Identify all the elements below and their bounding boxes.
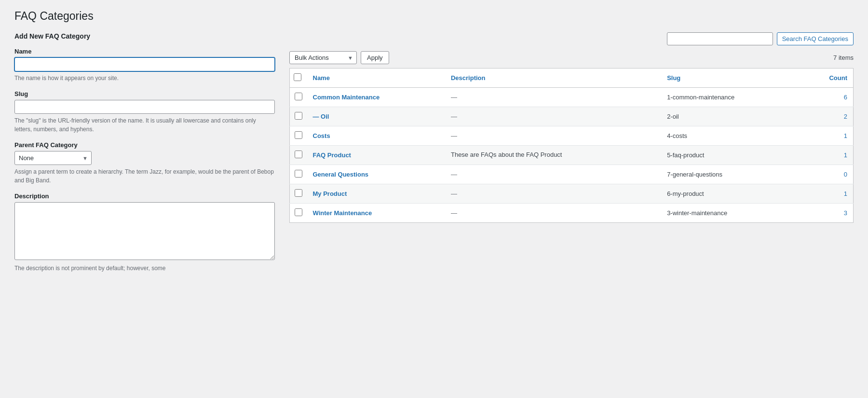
slug-value: 7-general-questions <box>667 171 722 178</box>
row-checkbox[interactable] <box>295 131 302 139</box>
count-link[interactable]: 1 <box>844 132 847 139</box>
search-input[interactable] <box>667 32 773 45</box>
apply-button[interactable]: Apply <box>361 51 389 64</box>
cell-slug: 7-general-questions <box>661 165 800 184</box>
slug-value: 6-my-product <box>667 190 704 197</box>
table-row: Common Maintenance—1-common-maintenance6 <box>290 88 854 107</box>
cell-description: — <box>445 165 661 184</box>
cell-slug: 2-oil <box>661 107 800 126</box>
actions-left: Bulk Actions Delete ▼ Apply <box>289 51 389 64</box>
category-name-link[interactable]: — Oil <box>313 113 329 120</box>
dash-icon: — <box>451 113 457 120</box>
count-link[interactable]: 1 <box>844 190 847 197</box>
slug-hint: The "slug" is the URL-friendly version o… <box>14 116 275 134</box>
bulk-actions-wrapper: Bulk Actions Delete ▼ <box>289 51 357 64</box>
name-label: Name <box>14 48 275 55</box>
cell-slug: 6-my-product <box>661 184 800 204</box>
cell-name: Winter Maintenance <box>307 204 445 223</box>
parent-select-wrapper: None ▼ <box>14 151 92 165</box>
parent-label: Parent FAQ Category <box>14 141 275 149</box>
top-bar: Search FAQ Categories <box>289 32 854 45</box>
count-link[interactable]: 0 <box>844 171 847 178</box>
cell-count: 1 <box>800 146 853 165</box>
row-checkbox[interactable] <box>295 151 302 158</box>
row-checkbox-cell <box>290 184 307 204</box>
cell-slug: 1-common-maintenance <box>661 88 800 107</box>
slug-value: 2-oil <box>667 113 679 120</box>
search-area: Search FAQ Categories <box>667 32 854 45</box>
category-name-link[interactable]: Winter Maintenance <box>313 209 372 217</box>
name-input[interactable] <box>14 57 275 71</box>
cell-name: Costs <box>307 126 445 146</box>
categories-list-panel: Search FAQ Categories Bulk Actions Delet… <box>289 32 854 223</box>
row-checkbox[interactable] <box>295 208 302 216</box>
category-name-link[interactable]: Common Maintenance <box>313 94 380 101</box>
cell-count: 1 <box>800 126 853 146</box>
col-header-slug[interactable]: Slug <box>661 69 800 88</box>
cell-count: 0 <box>800 165 853 184</box>
cell-name: My Product <box>307 184 445 204</box>
row-checkbox[interactable] <box>295 112 302 120</box>
cell-description: — <box>445 184 661 204</box>
search-button[interactable]: Search FAQ Categories <box>777 32 854 45</box>
row-checkbox-cell <box>290 146 307 165</box>
col-header-name[interactable]: Name <box>307 69 445 88</box>
slug-value: 3-winter-maintenance <box>667 209 727 217</box>
slug-field-group: Slug The "slug" is the URL-friendly vers… <box>14 90 275 134</box>
count-link[interactable]: 2 <box>844 113 847 120</box>
category-name-link[interactable]: Costs <box>313 132 330 139</box>
actions-bar: Bulk Actions Delete ▼ Apply 7 items <box>289 51 854 64</box>
cell-description: — <box>445 204 661 223</box>
category-name-link[interactable]: General Questions <box>313 171 369 178</box>
row-checkbox[interactable] <box>295 170 302 178</box>
slug-value: 5-faq-product <box>667 151 704 159</box>
count-link[interactable]: 3 <box>844 209 847 217</box>
table-row: My Product—6-my-product1 <box>290 184 854 204</box>
row-checkbox-cell <box>290 165 307 184</box>
col-header-description[interactable]: Description <box>445 69 661 88</box>
row-checkbox[interactable] <box>295 189 302 197</box>
cell-description: — <box>445 126 661 146</box>
select-all-header <box>290 69 307 88</box>
category-name-link[interactable]: My Product <box>313 190 347 197</box>
table-row: General Questions—7-general-questions0 <box>290 165 854 184</box>
category-name-link[interactable]: FAQ Product <box>313 151 351 159</box>
description-hint: The description is not prominent by defa… <box>14 264 275 273</box>
parent-field-group: Parent FAQ Category None ▼ Assign a pare… <box>14 141 275 185</box>
count-link[interactable]: 6 <box>844 94 847 101</box>
cell-count: 6 <box>800 88 853 107</box>
bulk-actions-select[interactable]: Bulk Actions Delete <box>289 51 357 64</box>
table-row: — Oil—2-oil2 <box>290 107 854 126</box>
cell-description: These are FAQs about the FAQ Product <box>445 146 661 165</box>
select-all-checkbox[interactable] <box>294 73 301 81</box>
count-link[interactable]: 1 <box>844 151 847 159</box>
col-header-count[interactable]: Count <box>800 69 853 88</box>
table-row: FAQ ProductThese are FAQs about the FAQ … <box>290 146 854 165</box>
cell-count: 1 <box>800 184 853 204</box>
cell-count: 3 <box>800 204 853 223</box>
dash-icon: — <box>451 132 457 139</box>
description-field-group: Description The description is not promi… <box>14 192 275 273</box>
row-checkbox-cell <box>290 204 307 223</box>
row-checkbox[interactable] <box>295 93 302 100</box>
dash-icon: — <box>451 94 457 101</box>
cell-name: FAQ Product <box>307 146 445 165</box>
table-header: Name Description Slug Count <box>290 69 854 88</box>
row-checkbox-cell <box>290 88 307 107</box>
cell-count: 2 <box>800 107 853 126</box>
table-row: Winter Maintenance—3-winter-maintenance3 <box>290 204 854 223</box>
table-body: Common Maintenance—1-common-maintenance6… <box>290 88 854 223</box>
cell-name: Common Maintenance <box>307 88 445 107</box>
add-new-panel: Add New FAQ Category Name The name is ho… <box>14 32 275 280</box>
cell-slug: 4-costs <box>661 126 800 146</box>
cell-slug: 5-faq-product <box>661 146 800 165</box>
parent-hint: Assign a parent term to create a hierarc… <box>14 167 275 185</box>
slug-label: Slug <box>14 90 275 97</box>
slug-value: 1-common-maintenance <box>667 94 734 101</box>
description-text: These are FAQs about the FAQ Product <box>451 151 562 158</box>
description-textarea[interactable] <box>14 202 275 260</box>
parent-select[interactable]: None <box>14 151 92 165</box>
cell-description: — <box>445 88 661 107</box>
slug-input[interactable] <box>14 100 275 114</box>
dash-icon: — <box>451 190 457 197</box>
